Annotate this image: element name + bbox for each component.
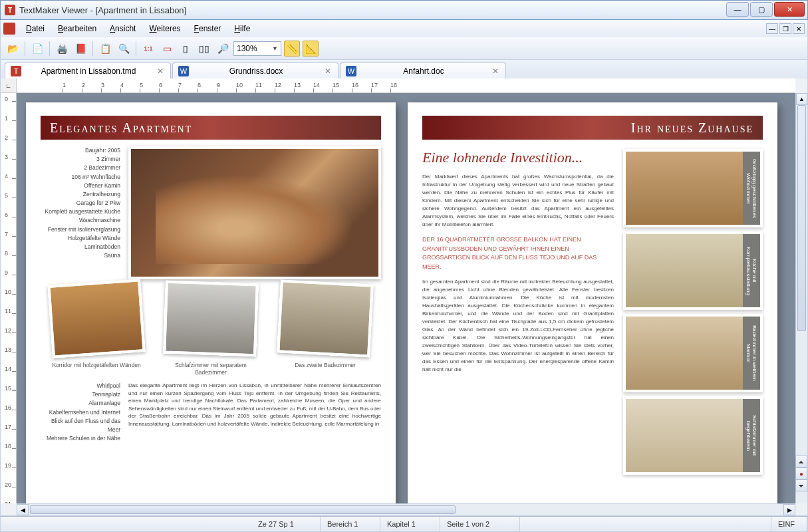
new-page-button[interactable]: 📄 [29,41,45,57]
room-card-1: Großzügig geschnittenes Wohnzimmer [623,149,763,227]
mdi-restore-button[interactable]: ❐ [779,23,791,34]
room-image [626,317,743,390]
view-two-page-button[interactable]: ▯▯ [196,41,212,57]
view-page-button[interactable]: ▭ [159,41,175,57]
next-page-button[interactable]: ⏷ [795,479,807,491]
menu-weiteres[interactable]: Weiteres [144,22,186,35]
mdi-close-button[interactable]: ✕ [793,23,805,34]
scroll-thumb[interactable] [797,105,806,331]
ruler-corner: ∟ [1,78,17,93]
horizontal-ruler[interactable]: 123456789101112131415161718 [17,78,795,93]
statusbar: Ze 27 Sp 1 Bereich 1 Kapitel 1 Seite 1 v… [0,516,808,532]
status-bereich: Bereich 1 [321,517,380,531]
menu-datei[interactable]: Datei [21,22,50,35]
zoom-tool-button[interactable]: 🔎 [215,41,231,57]
menu-hilfe[interactable]: Hilfe [229,22,255,35]
docx-file-icon: W [178,66,189,76]
status-kapitel: Kapitel 1 [380,517,440,531]
feature-list-2: WhirlpoolTennisplatzAlarmanlageKabelfern… [41,382,120,443]
ruler-button[interactable]: 📏 [284,41,300,57]
room-label: Großzügig geschnittenes Wohnzimmer [743,152,760,225]
print-button[interactable]: 🖨️ [54,41,70,57]
menu-ansicht[interactable]: Ansicht [104,22,141,35]
tab-label: Anfahrt.doc [362,66,485,76]
page-2: Ihr neues Zuhause Eine lohnende Investit… [408,102,777,503]
room-image [626,152,743,225]
prev-page-button[interactable]: ⏶ [795,456,807,467]
zoom-level-select[interactable]: 130% ▼ [233,41,281,56]
vertical-ruler[interactable]: 0123456789101112131415161718192021 [1,93,17,503]
feature-list: Baujahr: 20053 Zimmer2 Badezimmer106 m² … [41,146,120,279]
toolbar-separator [92,41,93,56]
app-menu-icon[interactable] [3,23,15,35]
scroll-track[interactable] [796,105,807,456]
status-position: Ze 27 Sp 1 [251,517,321,531]
tab-label: Grundriss.docx [194,66,318,76]
room-card-2: Küche mit Komplettausstattung [623,231,763,310]
maximize-button[interactable]: ▢ [750,2,773,17]
menu-fenster[interactable]: Fenster [189,22,227,35]
chevron-down-icon: ▼ [272,45,278,52]
menu-bearbeiten[interactable]: Bearbeiten [53,22,102,35]
scroll-right-button[interactable]: ▶ [783,504,795,515]
thumbnail-image [47,279,145,358]
thumbnail-caption: Das zweite Badezimmer [279,362,372,369]
page2-headline: Eine lohnende Investition... [422,149,614,166]
toolbar: 📂 📄 🖨️ 📕 📋 🔍 1:1 ▭ ▯ ▯▯ 🔎 130% ▼ 📏 📐 [0,37,808,60]
room-card-4: Schlafzimmer mit begehbarem [623,396,763,475]
find-button[interactable]: 🔍 [116,41,132,57]
page1-banner: Elegantes Apartment [41,116,381,140]
room-image [626,399,743,472]
toolbar-separator [25,41,25,56]
document-tabs: T Apartment in Lissabon.tmd ✕ W Grundris… [0,60,808,78]
status-seite: Seite 1 von 2 [440,517,520,531]
view-single-button[interactable]: ▯ [178,41,194,57]
page2-para2: Im gesamten Apartment sind die Räume mit… [422,278,614,374]
room-label: Badezimmer in weißem Marmor [743,317,760,390]
close-button[interactable]: ✕ [774,2,805,17]
description-text: Das elegante Apartment liegt im Herzen v… [128,382,381,443]
tab-apartment-lissabon[interactable]: T Apartment in Lissabon.tmd ✕ [5,63,171,78]
tmd-file-icon: T [11,66,21,76]
thumbnail-1: Korridor mit holzgetäfelten Wänden [50,282,143,369]
tab-close-button[interactable]: ✕ [156,66,165,76]
scroll-thumb[interactable] [30,505,456,514]
thumbnail-2: Schlafzimmer mit separatem Badezimmer [164,282,257,376]
room-card-3: Badezimmer in weißem Marmor [623,314,763,392]
view-actual-size-button[interactable]: 1:1 [140,41,156,57]
open-button[interactable]: 📂 [5,41,21,57]
doc-file-icon: W [346,66,356,76]
browse-object-button[interactable]: ● [795,467,807,479]
page2-banner: Ihr neues Zuhause [422,116,763,140]
thumbnail-image [277,279,374,357]
tab-close-button[interactable]: ✕ [323,66,333,76]
vertical-ruler-button[interactable]: 📐 [303,41,319,57]
pdf-export-button[interactable]: 📕 [72,41,88,57]
room-label: Küche mit Komplettausstattung [743,234,760,307]
tab-close-button[interactable]: ✕ [491,66,500,76]
page2-callout: DER 16 QUADRATMETER GROSSE BALKON HAT EI… [422,235,614,271]
tab-anfahrt[interactable]: W Anfahrt.doc ✕ [340,63,506,78]
tab-grundriss[interactable]: W Grundriss.docx ✕ [172,63,338,78]
scroll-up-button[interactable]: ▲ [796,93,807,105]
hero-image [128,146,381,279]
thumbnail-caption: Schlafzimmer mit separatem Badezimmer [164,362,257,376]
thumbnail-caption: Korridor mit holzgetäfelten Wänden [50,362,143,369]
toolbar-separator [49,41,50,56]
window-titlebar: T TextMaker Viewer - [Apartment in Lissa… [0,0,808,20]
room-label: Schlafzimmer mit begehbarem [743,399,760,472]
copy-button[interactable]: 📋 [97,41,113,57]
mdi-minimize-button[interactable]: — [766,23,778,34]
minimize-button[interactable]: — [726,2,749,17]
zoom-value: 130% [237,44,257,53]
status-message [1,517,251,531]
document-canvas[interactable]: Elegantes Apartment Baujahr: 20053 Zimme… [17,93,795,503]
vertical-scrollbar[interactable]: ▲ ▼ ⏶ ● ⏷ [795,93,807,503]
window-title: TextMaker Viewer - [Apartment in Lissabo… [19,5,186,15]
scroll-left-button[interactable]: ◀ [17,504,29,515]
thumbnail-image [163,281,259,357]
status-insert-mode[interactable]: EINF [771,517,807,531]
page-1: Elegantes Apartment Baujahr: 20053 Zimme… [26,102,396,503]
page2-para1: Der Marktwert dieses Apartments hat groß… [422,173,614,229]
horizontal-scrollbar[interactable]: ◀ ▶ [17,503,795,515]
